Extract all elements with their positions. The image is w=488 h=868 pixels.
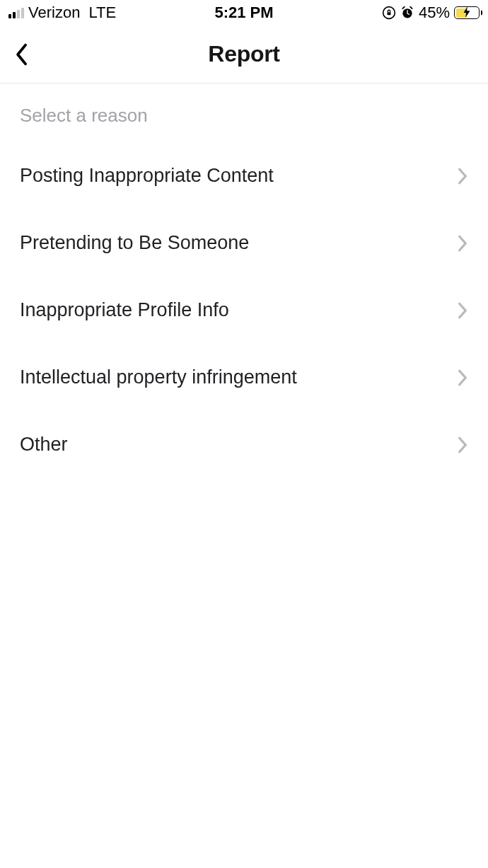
orientation-lock-icon [382,6,396,20]
chevron-right-icon [457,369,468,387]
list-item-label: Inappropriate Profile Info [20,299,229,321]
chevron-right-icon [457,167,468,185]
chevron-right-icon [457,436,468,454]
list-item-label: Other [20,434,68,456]
battery-icon [454,6,480,19]
reason-posting-inappropriate-content[interactable]: Posting Inappropriate Content [20,142,468,209]
status-right: 45% [382,4,480,22]
battery-percent-label: 45% [419,4,450,22]
svg-rect-1 [387,12,390,15]
page-title: Report [208,41,279,67]
network-label: LTE [88,4,116,22]
reason-intellectual-property-infringement[interactable]: Intellectual property infringement [20,344,468,411]
list-item-label: Posting Inappropriate Content [20,165,274,187]
reason-pretending-to-be-someone[interactable]: Pretending to Be Someone [20,209,468,277]
back-button[interactable] [13,40,41,69]
carrier-label: Verizon [28,4,80,22]
status-bar: Verizon LTE 5:21 PM 45% [0,0,488,25]
content: Select a reason Posting Inappropriate Co… [0,83,488,478]
reason-other[interactable]: Other [20,411,468,478]
list-item-label: Pretending to Be Someone [20,232,249,254]
list-item-label: Intellectual property infringement [20,366,297,388]
nav-header: Report [0,25,488,83]
status-time: 5:21 PM [214,4,273,22]
alarm-icon [400,6,414,20]
chevron-right-icon [457,301,468,320]
chevron-left-icon [13,42,30,66]
signal-strength-icon [8,7,24,18]
status-left: Verizon LTE [8,4,116,22]
reason-inappropriate-profile-info[interactable]: Inappropriate Profile Info [20,277,468,344]
section-label: Select a reason [20,105,468,127]
chevron-right-icon [457,234,468,253]
reason-list: Posting Inappropriate Content Pretending… [20,142,468,478]
